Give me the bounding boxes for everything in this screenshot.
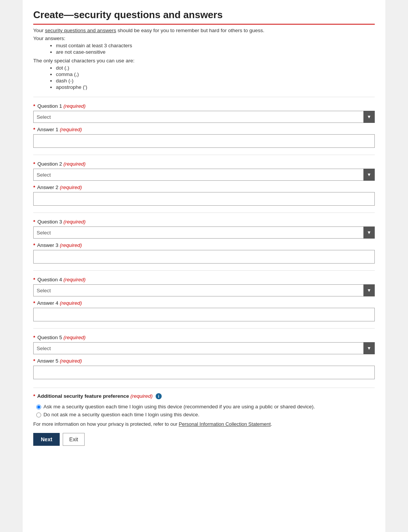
radio-option-1[interactable]: Ask me a security question each time I l… bbox=[36, 404, 375, 409]
question-5-select[interactable]: Select bbox=[33, 342, 375, 354]
page-container: Create—security questions and answers Yo… bbox=[23, 0, 385, 532]
answer-1-required: (required) bbox=[60, 127, 82, 132]
answer-3-label-text: Answer 3 bbox=[37, 242, 58, 248]
radio-option-2[interactable]: Do not ask me a security question each t… bbox=[36, 412, 375, 417]
privacy-link[interactable]: Personal Information Collection Statemen… bbox=[179, 421, 271, 427]
asterisk-a3: * bbox=[33, 242, 35, 248]
asterisk-a2: * bbox=[33, 185, 35, 190]
additional-section: * Additional security feature preference… bbox=[33, 388, 375, 446]
special-char-comma: comma (,) bbox=[56, 71, 375, 77]
answer-4-input[interactable] bbox=[33, 308, 375, 321]
question-5-label: * Question 5 (required) bbox=[33, 335, 375, 340]
divider-3 bbox=[33, 212, 375, 213]
exit-button[interactable]: Exit bbox=[63, 433, 84, 446]
additional-label: * Additional security feature preference… bbox=[33, 393, 375, 399]
additional-label-text: Additional security feature preference bbox=[37, 393, 129, 399]
intro-prefix: Your bbox=[33, 28, 45, 33]
question-1-required: (required) bbox=[63, 103, 86, 109]
question-2-label: * Question 2 (required) bbox=[33, 161, 375, 167]
next-button[interactable]: Next bbox=[33, 433, 60, 446]
question-3-label-text: Question 3 bbox=[37, 219, 62, 225]
radio-ask-label: Ask me a security question each time I l… bbox=[43, 404, 315, 409]
asterisk-a4: * bbox=[33, 300, 35, 306]
privacy-prefix: For more information on how your privacy… bbox=[33, 421, 179, 427]
question-5-required: (required) bbox=[63, 335, 86, 340]
divider-5 bbox=[33, 328, 375, 329]
answer-2-input[interactable] bbox=[33, 192, 375, 206]
question-3-select[interactable]: Select bbox=[33, 226, 375, 239]
question-group-1: * Question 1 (required) Select ▼ * Answe… bbox=[33, 103, 375, 148]
answer-2-label: * Answer 2 (required) bbox=[33, 185, 375, 190]
asterisk-a1: * bbox=[33, 127, 35, 132]
question-2-label-text: Question 2 bbox=[37, 161, 62, 167]
question-3-label: * Question 3 (required) bbox=[33, 219, 375, 225]
question-group-4: * Question 4 (required) Select ▼ * Answe… bbox=[33, 277, 375, 321]
answer-5-input[interactable] bbox=[33, 366, 375, 379]
radio-dont-ask[interactable] bbox=[36, 413, 41, 417]
divider-4 bbox=[33, 270, 375, 271]
asterisk-q1: * bbox=[33, 103, 35, 109]
question-3-required: (required) bbox=[63, 219, 86, 225]
answer-5-required: (required) bbox=[60, 358, 82, 364]
radio-group: Ask me a security question each time I l… bbox=[36, 404, 375, 417]
question-4-label: * Question 4 (required) bbox=[33, 277, 375, 282]
special-chars-list: dot (.) comma (,) dash (-) apostrophe ('… bbox=[56, 65, 375, 90]
question-5-label-text: Question 5 bbox=[37, 335, 62, 340]
answers-label: Your answers: bbox=[33, 36, 375, 41]
asterisk-q5: * bbox=[33, 335, 35, 340]
answer-5-label-text: Answer 5 bbox=[37, 358, 58, 364]
answer-rule-2: are not case-sensitive bbox=[56, 49, 375, 55]
answer-4-label: * Answer 4 (required) bbox=[33, 300, 375, 306]
answer-rules-list: must contain at least 3 characters are n… bbox=[56, 43, 375, 55]
question-1-select[interactable]: Select bbox=[33, 111, 375, 123]
special-char-dash: dash (-) bbox=[56, 78, 375, 84]
question-group-5: * Question 5 (required) Select ▼ * Answe… bbox=[33, 335, 375, 379]
question-5-select-wrapper: Select ▼ bbox=[33, 342, 375, 354]
answer-rule-1: must contain at least 3 characters bbox=[56, 43, 375, 48]
additional-required: (required) bbox=[130, 393, 153, 399]
asterisk-a5: * bbox=[33, 358, 35, 364]
intro-paragraph: Your security questions and answers shou… bbox=[33, 28, 375, 33]
special-char-dot: dot (.) bbox=[56, 65, 375, 71]
answer-2-label-text: Answer 2 bbox=[37, 185, 58, 190]
question-2-select[interactable]: Select bbox=[33, 169, 375, 181]
question-4-select-wrapper: Select ▼ bbox=[33, 284, 375, 296]
asterisk-q2: * bbox=[33, 161, 35, 167]
asterisk-q3: * bbox=[33, 219, 35, 225]
security-questions-link[interactable]: security questions and answers bbox=[45, 28, 116, 33]
question-4-required: (required) bbox=[63, 277, 86, 282]
divider-1 bbox=[33, 97, 375, 97]
privacy-suffix: . bbox=[271, 421, 272, 427]
question-1-label-text: Question 1 bbox=[37, 103, 62, 109]
answer-2-required: (required) bbox=[60, 185, 82, 190]
question-4-select[interactable]: Select bbox=[33, 284, 375, 296]
radio-ask[interactable] bbox=[36, 405, 41, 409]
answer-3-input[interactable] bbox=[33, 250, 375, 264]
asterisk-additional: * bbox=[33, 393, 35, 399]
special-char-apostrophe: apostrophe (') bbox=[56, 84, 375, 90]
question-group-3: * Question 3 (required) Select ▼ * Answe… bbox=[33, 219, 375, 264]
page-title: Create—security questions and answers bbox=[33, 9, 375, 25]
answer-1-input[interactable] bbox=[33, 134, 375, 148]
info-icon[interactable]: i bbox=[156, 393, 162, 399]
answer-4-required: (required) bbox=[60, 300, 82, 306]
answer-4-label-text: Answer 4 bbox=[37, 300, 58, 306]
divider-2 bbox=[33, 155, 375, 155]
answer-5-label: * Answer 5 (required) bbox=[33, 358, 375, 364]
answer-3-label: * Answer 3 (required) bbox=[33, 242, 375, 248]
question-2-select-wrapper: Select ▼ bbox=[33, 169, 375, 181]
asterisk-q4: * bbox=[33, 277, 35, 282]
intro-suffix: should be easy for you to remember but h… bbox=[116, 28, 264, 33]
question-1-select-wrapper: Select ▼ bbox=[33, 111, 375, 123]
question-4-label-text: Question 4 bbox=[37, 277, 62, 282]
button-row: Next Exit bbox=[33, 433, 375, 446]
question-3-select-wrapper: Select ▼ bbox=[33, 226, 375, 239]
question-group-2: * Question 2 (required) Select ▼ * Answe… bbox=[33, 161, 375, 206]
privacy-text: For more information on how your privacy… bbox=[33, 421, 375, 427]
question-2-required: (required) bbox=[63, 161, 86, 167]
answer-1-label: * Answer 1 (required) bbox=[33, 127, 375, 132]
radio-dont-ask-label: Do not ask me a security question each t… bbox=[43, 412, 199, 417]
special-chars-label: The only special characters you can use … bbox=[33, 58, 375, 64]
answer-1-label-text: Answer 1 bbox=[37, 127, 58, 132]
answer-3-required: (required) bbox=[60, 242, 82, 248]
